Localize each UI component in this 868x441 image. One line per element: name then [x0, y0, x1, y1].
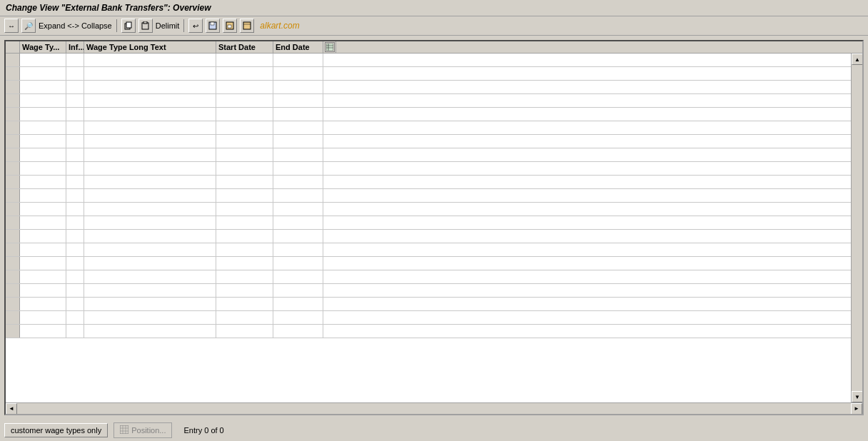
- long-text-cell: [84, 135, 216, 148]
- table-row[interactable]: [6, 162, 851, 176]
- row-selector[interactable]: [6, 81, 20, 93]
- h-scroll-track[interactable]: [17, 403, 851, 415]
- svg-rect-7: [228, 25, 231, 28]
- table-row[interactable]: [6, 108, 851, 121]
- row-selector[interactable]: [6, 216, 20, 229]
- scroll-up-button[interactable]: ▲: [852, 54, 862, 65]
- start-date-cell: [216, 284, 273, 297]
- long-text-cell: [84, 121, 216, 134]
- table-row[interactable]: [6, 148, 851, 162]
- row-selector[interactable]: [6, 108, 20, 121]
- long-text-cell: [84, 176, 216, 188]
- title-bar: Change View "External Bank Transfers": O…: [0, 0, 868, 16]
- long-text-cell: [84, 325, 216, 338]
- column-config-icon[interactable]: [325, 42, 335, 52]
- table-row[interactable]: [6, 284, 851, 298]
- start-date-cell: [216, 243, 273, 256]
- end-date-cell: [273, 216, 323, 229]
- inf-cell: [66, 54, 84, 66]
- inf-cell: [66, 121, 84, 134]
- table-row[interactable]: [6, 121, 851, 135]
- row-selector[interactable]: [6, 257, 20, 270]
- vertical-scrollbar[interactable]: ▲ ▼: [851, 54, 862, 402]
- customer-wage-types-button[interactable]: customer wage types only: [4, 423, 108, 437]
- start-date-cell: [216, 216, 273, 229]
- long-text-cell: [84, 257, 216, 270]
- row-selector[interactable]: [6, 203, 20, 216]
- row-selector[interactable]: [6, 67, 20, 80]
- table-row[interactable]: [6, 94, 851, 108]
- svg-rect-10: [326, 44, 333, 51]
- scroll-track[interactable]: [852, 65, 862, 391]
- table-row[interactable]: [6, 176, 851, 189]
- copy-icon[interactable]: [121, 19, 136, 33]
- expand-icon[interactable]: ↔: [4, 19, 19, 33]
- row-selector[interactable]: [6, 135, 20, 148]
- paste-icon[interactable]: [138, 19, 153, 33]
- table-row[interactable]: [6, 135, 851, 148]
- wage-type-cell: [20, 325, 66, 338]
- row-selector[interactable]: [6, 189, 20, 202]
- table-row[interactable]: [6, 67, 851, 81]
- inf-cell: [66, 230, 84, 243]
- table-row[interactable]: [6, 189, 851, 203]
- row-selector[interactable]: [6, 298, 20, 310]
- save-icon[interactable]: [206, 19, 220, 33]
- end-date-cell: [273, 176, 323, 188]
- end-date-cell: [273, 257, 323, 270]
- row-selector[interactable]: [6, 243, 20, 256]
- table-row[interactable]: [6, 216, 851, 230]
- start-date-cell: [216, 325, 273, 338]
- long-text-cell: [84, 108, 216, 121]
- end-date-cell: [273, 135, 323, 148]
- table-row[interactable]: [6, 81, 851, 94]
- toolbar: ↔ 🔎 Expand <-> Collapse Delimit ↩ alkart…: [0, 16, 868, 36]
- table-row[interactable]: [6, 230, 851, 243]
- load-icon[interactable]: [223, 19, 237, 33]
- row-selector[interactable]: [6, 284, 20, 297]
- table-row[interactable]: [6, 325, 851, 338]
- row-selector[interactable]: [6, 270, 20, 283]
- row-selector[interactable]: [6, 121, 20, 134]
- table-row[interactable]: [6, 54, 851, 67]
- table-row[interactable]: [6, 270, 851, 284]
- table-row[interactable]: [6, 203, 851, 216]
- end-date-cell: [273, 203, 323, 216]
- row-selector[interactable]: [6, 176, 20, 188]
- inf-cell: [66, 81, 84, 93]
- col-config-btn[interactable]: [323, 41, 336, 53]
- position-button[interactable]: Position...: [113, 422, 172, 438]
- row-selector[interactable]: [6, 148, 20, 161]
- wage-type-cell: [20, 189, 66, 202]
- table-row[interactable]: [6, 257, 851, 270]
- start-date-cell: [216, 121, 273, 134]
- config-icon[interactable]: [240, 19, 254, 33]
- wage-type-cell: [20, 284, 66, 297]
- table-row[interactable]: [6, 243, 851, 257]
- table-row[interactable]: [6, 298, 851, 311]
- start-date-cell: [216, 148, 273, 161]
- scroll-left-button[interactable]: ◄: [6, 403, 17, 415]
- wage-type-cell: [20, 54, 66, 66]
- row-selector[interactable]: [6, 230, 20, 243]
- position-btn-label: Position...: [131, 426, 166, 435]
- search-icon[interactable]: 🔎: [21, 19, 36, 33]
- undo-icon[interactable]: ↩: [188, 19, 203, 33]
- row-selector[interactable]: [6, 54, 20, 66]
- scroll-right-button[interactable]: ►: [851, 403, 862, 415]
- row-selector[interactable]: [6, 162, 20, 175]
- row-selector[interactable]: [6, 311, 20, 324]
- bottom-bar: customer wage types only Position... Ent…: [0, 420, 868, 441]
- row-selector[interactable]: [6, 325, 20, 338]
- table-row[interactable]: [6, 311, 851, 325]
- start-date-cell: [216, 81, 273, 93]
- svg-rect-14: [120, 425, 128, 434]
- start-date-cell: [216, 189, 273, 202]
- scroll-down-button[interactable]: ▼: [852, 391, 862, 402]
- start-date-cell: [216, 270, 273, 283]
- horizontal-scrollbar[interactable]: ◄ ►: [6, 402, 862, 414]
- expand-collapse-label: Expand <-> Collapse: [39, 21, 112, 30]
- col-header-start-date: Start Date: [216, 41, 273, 53]
- row-selector[interactable]: [6, 94, 20, 107]
- inf-cell: [66, 311, 84, 324]
